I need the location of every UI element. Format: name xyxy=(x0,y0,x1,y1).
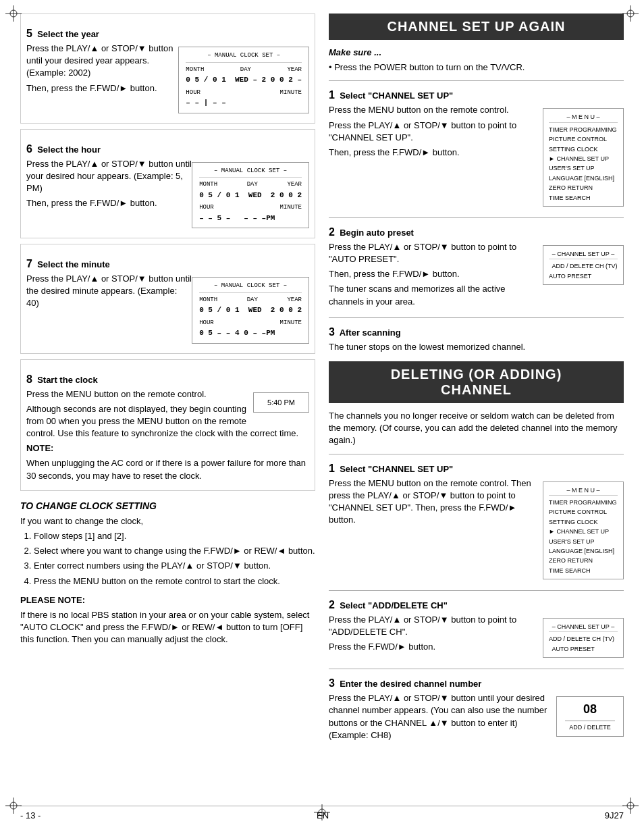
del-step2-menu: – CHANNEL SET UP – ADD / DELETE CH (TV) … xyxy=(543,618,624,658)
step6-lcd: – MANUAL CLOCK SET – MONTHDAYYEAR 0 5 / … xyxy=(192,162,309,229)
step7-num: 7 xyxy=(26,258,32,269)
step5-lcd-row1: MONTHDAYYEAR xyxy=(186,66,302,75)
divider1 xyxy=(329,80,624,81)
del-step1-section: 1 Select "CHANNEL SET UP" – M E N U – TI… xyxy=(329,463,624,584)
del-step1-menu: – M E N U – TIMER PROGRAMMING PICTURE CO… xyxy=(543,481,624,580)
make-sure-title: Make sure ... xyxy=(329,47,624,59)
change-clock-intro: If you want to change the clock, xyxy=(20,515,315,527)
step7-lcd-val2: 0 5 – – 4 0 – –PM xyxy=(199,328,302,339)
change-clock-step3: Enter correct numbers using the PLAY/▲ o… xyxy=(34,560,315,572)
divider2 xyxy=(329,217,624,218)
please-note-body: If there is no local PBS station in your… xyxy=(20,609,315,646)
step8-note: NOTE: xyxy=(26,442,309,454)
step5-header: 5 Select the year xyxy=(26,28,309,40)
change-clock-section: TO CHANGE CLOCK SETTING If you want to c… xyxy=(20,500,315,646)
step8-note-body: When unplugging the AC cord or if there … xyxy=(26,457,309,481)
step5-lcd-title: – MANUAL CLOCK SET – xyxy=(186,51,302,63)
step5-lcd-val2: – – | – – xyxy=(186,97,302,109)
right-step2-body3: The tuner scans and memorizes all the ac… xyxy=(329,283,624,307)
del-step3-ch-number: 08 xyxy=(565,702,615,716)
right-step3-section: 3 After scanning The tuner stops on the … xyxy=(329,326,624,353)
del-step2-num: 2 xyxy=(329,599,335,610)
change-clock-step1: Follow steps [1] and [2]. xyxy=(34,530,315,542)
step8-header: 8 Start the clock xyxy=(26,373,309,386)
step6-num: 6 xyxy=(26,143,32,155)
step8-num: 8 xyxy=(26,373,32,385)
right-step1-title: Select "CHANNEL SET UP" xyxy=(340,90,453,101)
bottom-center-mark xyxy=(314,804,330,820)
step6-section: 6 Select the hour – MANUAL CLOCK SET – M… xyxy=(20,129,315,239)
del-step1-num: 1 xyxy=(329,463,335,474)
right-step3-body: The tuner stops on the lowest memorized … xyxy=(329,341,624,353)
step8-title: Start the clock xyxy=(37,375,98,385)
right-step2-menu-title: – CHANNEL SET UP – xyxy=(549,249,618,259)
divider6 xyxy=(329,669,624,669)
del-step3-header: 3 Enter the desired channel number xyxy=(329,677,624,689)
step6-lcd-val1: 0 5 / 0 1 WED 2 0 0 2 xyxy=(199,190,302,201)
right-step2-header: 2 Begin auto preset xyxy=(329,226,624,238)
corner-mark-tl xyxy=(5,5,22,22)
step7-header: 7 Select the minute xyxy=(26,258,309,270)
step6-title: Select the hour xyxy=(37,145,101,155)
step7-title: Select the minute xyxy=(37,259,110,269)
step6-lcd-val2: – – 5 – – – –PM xyxy=(199,213,302,224)
right-step1-header: 1 Select "CHANNEL SET UP" xyxy=(329,89,624,101)
del-step1-menu-title: – M E N U – xyxy=(549,486,618,496)
del-step2-title: Select "ADD/DELETE CH" xyxy=(340,600,448,610)
divider5 xyxy=(329,590,624,591)
right-column: CHANNEL SET UP AGAIN Make sure ... • Pre… xyxy=(329,14,624,792)
deleting-banner: DELETING (OR ADDING) CHANNEL xyxy=(329,361,624,403)
step7-lcd: – MANUAL CLOCK SET – MONTHDAYYEAR 0 5 / … xyxy=(192,277,309,344)
deleting-intro: The channels you no longer receive or se… xyxy=(329,410,624,447)
step7-lcd-title: – MANUAL CLOCK SET – xyxy=(199,282,302,293)
del-step3-num: 3 xyxy=(329,677,335,689)
del-step2-header: 2 Select "ADD/DELETE CH" xyxy=(329,599,624,611)
del-step1-title: Select "CHANNEL SET UP" xyxy=(340,464,453,474)
del-step2-menu-title: – CHANNEL SET UP – xyxy=(549,622,618,632)
step6-lcd-title: – MANUAL CLOCK SET – xyxy=(199,167,302,178)
right-step2-title: Begin auto preset xyxy=(340,228,414,238)
step7-lcd-val1: 0 5 / 0 1 WED 2 0 0 2 xyxy=(199,305,302,316)
left-column: 5 Select the year – MANUAL CLOCK SET – M… xyxy=(20,14,315,792)
right-step3-num: 3 xyxy=(329,326,335,338)
page: 5 Select the year – MANUAL CLOCK SET – M… xyxy=(0,0,644,834)
step5-title: Select the year xyxy=(37,29,99,39)
divider3 xyxy=(329,317,624,318)
step5-lcd: – MANUAL CLOCK SET – MONTHDAYYEAR 0 5 / … xyxy=(178,47,309,113)
page-number: - 13 - xyxy=(20,810,41,820)
right-step2-section: 2 Begin auto preset – CHANNEL SET UP – A… xyxy=(329,226,624,311)
del-step2-section: 2 Select "ADD/DELETE CH" – CHANNEL SET U… xyxy=(329,599,624,662)
make-sure-body: • Press the POWER button to turn on the … xyxy=(329,61,624,74)
corner-mark-tr xyxy=(622,5,639,22)
del-step1-header: 1 Select "CHANNEL SET UP" xyxy=(329,463,624,475)
right-step3-title: After scanning xyxy=(340,328,401,338)
del-step3-ch-label: ADD / DELETE xyxy=(565,721,615,731)
del-step3-title: Enter the desired channel number xyxy=(340,679,481,689)
change-clock-steps: Follow steps [1] and [2]. Select where y… xyxy=(20,530,315,588)
step5-lcd-val1: 0 5 / 0 1 WED – 2 0 0 2 – xyxy=(186,74,302,86)
please-note-label: PLEASE NOTE: xyxy=(20,594,315,606)
step7-lcd-row1: MONTHDAYYEAR xyxy=(199,296,302,305)
right-step1-section: 1 Select "CHANNEL SET UP" – M E N U – TI… xyxy=(329,89,624,211)
step8-time-display: 5:40 PM xyxy=(253,392,309,413)
change-clock-title: TO CHANGE CLOCK SETTING xyxy=(20,500,315,511)
del-step3-section: 3 Enter the desired channel number 08 AD… xyxy=(329,677,624,744)
step8-section: 8 Start the clock 5:40 PM Press the MENU… xyxy=(20,359,315,491)
corner-mark-bl xyxy=(5,798,22,814)
step6-header: 6 Select the hour xyxy=(26,143,309,155)
channel-setup-banner: CHANNEL SET UP AGAIN xyxy=(329,14,624,40)
right-step1-num: 1 xyxy=(329,89,335,101)
right-step3-header: 3 After scanning xyxy=(329,326,624,338)
step5-num: 5 xyxy=(26,28,32,39)
right-step1-menu-title: – M E N U – xyxy=(549,112,618,122)
del-step3-display: 08 ADD / DELETE xyxy=(556,696,624,737)
step6-lcd-row1: MONTHDAYYEAR xyxy=(199,180,302,190)
right-step2-menu: – CHANNEL SET UP – ADD / DELETE CH (TV) … xyxy=(543,245,624,285)
change-clock-step2: Select where you want to change using th… xyxy=(34,545,315,557)
page-model: 9J27 xyxy=(605,810,624,820)
step7-section: 7 Select the minute – MANUAL CLOCK SET –… xyxy=(20,244,315,354)
right-step1-menu: – M E N U – TIMER PROGRAMMING PICTURE CO… xyxy=(543,108,624,207)
divider4 xyxy=(329,454,624,454)
change-clock-step4: Press the MENU button on the remote cont… xyxy=(34,575,315,588)
right-step2-num: 2 xyxy=(329,226,335,238)
